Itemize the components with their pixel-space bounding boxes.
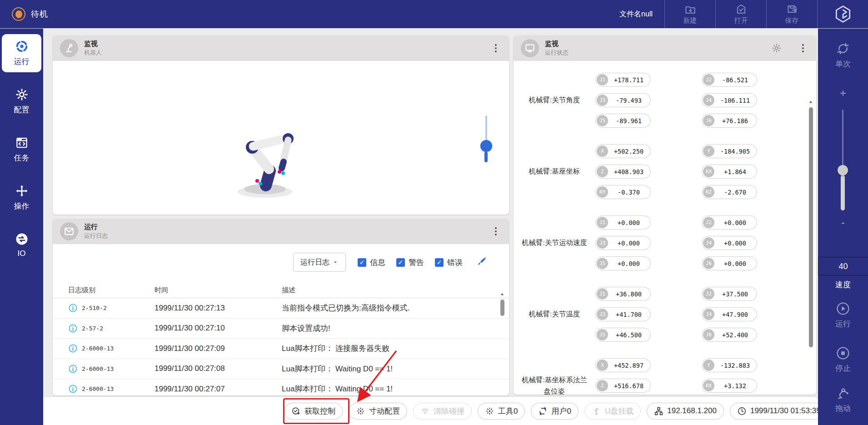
sidebar-item-operate[interactable]: 操作: [2, 179, 41, 217]
sidebar-item-config[interactable]: 配置: [2, 82, 41, 120]
sidebar-item-task[interactable]: 任务: [2, 130, 41, 169]
run-button[interactable]: 运行: [818, 301, 868, 329]
checkbox-check-icon[interactable]: ✓: [396, 258, 405, 267]
checkbox-check-icon[interactable]: ✓: [358, 258, 366, 267]
pill-axis-label: J3: [597, 237, 608, 249]
pill-axis-value: +0.000: [714, 219, 756, 226]
single-cycle-button[interactable]: 单次: [818, 41, 868, 69]
status-scrollbar[interactable]: [808, 99, 814, 349]
robot-panel-header: 监视 机器人: [53, 35, 509, 61]
status-value-pill: J2 -86.521: [702, 73, 757, 87]
operate-icon: [15, 184, 29, 198]
pill-axis-label: J6: [703, 329, 714, 340]
log-level-checkbox[interactable]: ✓ 错误: [435, 257, 463, 268]
robot-panel-title: 监视: [84, 40, 102, 48]
status-panel-subtitle: 运行状态: [545, 49, 569, 57]
scroll-up-icon[interactable]: [808, 99, 814, 105]
log-scroll-thumb[interactable]: [500, 300, 504, 316]
settings-gear-icon[interactable]: [771, 43, 782, 54]
pill-axis-value: +0.000: [608, 260, 649, 267]
new-file-icon: [684, 3, 696, 15]
log-table-row[interactable]: 2-6000-13 1999/11/30 00:27:09 Lua脚本打印： 连…: [53, 339, 509, 359]
robot-3d-view[interactable]: [219, 116, 314, 200]
pill-axis-value: +516.678: [608, 382, 649, 390]
pill-axis-label: J4: [703, 309, 714, 320]
status-value-pill: J5 -89.961: [595, 114, 651, 128]
robot-control-app: 待机 文件名null 新建 打开 保存 运行 配置 任务 操作 IO: [0, 0, 868, 425]
pill-axis-label: Z: [597, 166, 608, 177]
top-bar: 待机 文件名null 新建 打开 保存: [0, 0, 868, 28]
log-level-checkbox[interactable]: ✓ 警告: [396, 257, 424, 268]
network-icon: [654, 406, 663, 416]
scroll-up-icon[interactable]: [499, 291, 505, 298]
log-table-row[interactable]: 2-6000-13 1999/11/30 00:27:07 Lua脚本打印： W…: [53, 379, 509, 395]
stop-button[interactable]: 停止: [818, 346, 868, 374]
pill-axis-label: J2: [703, 74, 714, 85]
left-sidebar: 运行 配置 任务 操作 IO: [0, 28, 43, 425]
sidebar-item-run[interactable]: 运行: [2, 34, 41, 72]
kebab-menu-icon[interactable]: [490, 42, 502, 54]
acquire-control-button[interactable]: 获取控制: [284, 403, 343, 420]
status-value-pill: J4 +47.900: [702, 307, 757, 321]
file-action-save[interactable]: 保存: [766, 0, 817, 28]
status-value-pill: RX +1.864: [702, 165, 757, 179]
drag-mode-button[interactable]: 拖动: [818, 386, 868, 414]
status-value-pill: J2 +37.500: [702, 287, 757, 301]
speed-value: 40: [818, 257, 868, 275]
speed-increase-button[interactable]: +: [818, 87, 868, 100]
speed-decrease-button[interactable]: -: [818, 216, 868, 229]
status-value-pill: J6 +76.186: [702, 114, 757, 128]
speed-slider-fill: [841, 175, 845, 210]
pill-axis-value: +452.897: [608, 362, 649, 369]
view-zoom-slider-handle[interactable]: [480, 140, 492, 152]
user-frame-button[interactable]: 用户0: [531, 403, 578, 420]
log-level-checkbox[interactable]: ✓ 信息: [358, 257, 385, 268]
status-section-label: 机械臂:关节温度: [520, 309, 589, 320]
pill-axis-label: J4: [703, 237, 714, 249]
jog-config-button[interactable]: 寸动配置: [349, 403, 407, 420]
robot-3d-viewport[interactable]: [53, 61, 509, 215]
file-action-open-file[interactable]: 打开: [715, 0, 766, 28]
filename-label: 文件名null: [619, 10, 653, 19]
run-button-label: 运行: [835, 319, 851, 329]
status-section: 机械臂:基坐标系法兰盘位姿 X +452.897 Y -132.883 Z +5…: [520, 358, 816, 395]
pill-axis-label: J3: [597, 95, 608, 106]
config-icon: [15, 88, 29, 101]
user-frame-icon: [538, 406, 548, 416]
pill-axis-value: -106.111: [714, 97, 756, 104]
status-section-label: 机械臂:关节角度: [520, 95, 589, 105]
speed-slider-handle[interactable]: [838, 165, 848, 175]
ip-address-chip[interactable]: 192.168.1.200: [647, 403, 724, 420]
pill-axis-label: J1: [597, 74, 608, 85]
status-scroll-thumb[interactable]: [809, 107, 813, 347]
clear-collision-button[interactable]: 清除碰撞: [413, 403, 472, 420]
log-table-row[interactable]: 2-57-2 1999/11/30 00:27:10 脚本设置成功!: [53, 319, 509, 339]
checkbox-check-icon[interactable]: ✓: [435, 258, 444, 267]
kebab-menu-icon[interactable]: [490, 225, 502, 237]
status-value-pill: RZ -2.670: [702, 185, 757, 199]
pill-axis-value: -184.905: [714, 148, 756, 155]
clear-log-icon[interactable]: [474, 256, 487, 269]
status-panel-avatar: [521, 39, 539, 57]
log-scrollbar[interactable]: [499, 291, 505, 390]
pill-axis-label: RX: [703, 380, 714, 391]
log-type-dropdown-value: 运行日志: [300, 258, 329, 267]
tool-button[interactable]: 工具0: [478, 403, 525, 420]
col-log-level: 日志级别: [68, 286, 155, 295]
log-table-row[interactable]: 2-6000-13 1999/11/30 00:27:08 Lua脚本打印： W…: [53, 359, 509, 380]
speed-slider-track[interactable]: [842, 110, 843, 168]
pill-axis-value: +52.400: [714, 331, 756, 339]
status-value-pill: J6 +0.000: [702, 256, 757, 270]
log-table-row[interactable]: 2-510-2 1999/11/30 00:27:13 当前指令模式已切换为:高…: [53, 298, 509, 319]
status-value-pill: Z +516.678: [595, 379, 651, 393]
log-type-dropdown[interactable]: 运行日志: [293, 253, 346, 272]
usb-button[interactable]: U盘挂载: [584, 403, 641, 420]
tool-icon: [485, 406, 494, 416]
kebab-menu-icon[interactable]: [797, 42, 809, 54]
datetime-chip[interactable]: 1999/11/30 01:53:35: [730, 403, 828, 420]
log-table: 日志级别 时间 描述 2-510-2 1999/11/30 00:27:13 当…: [53, 283, 509, 395]
pill-axis-value: -89.961: [608, 117, 649, 125]
acquire-control-icon: [291, 406, 301, 416]
sidebar-item-io[interactable]: IO: [2, 227, 41, 264]
file-action-new-file[interactable]: 新建: [664, 0, 715, 28]
